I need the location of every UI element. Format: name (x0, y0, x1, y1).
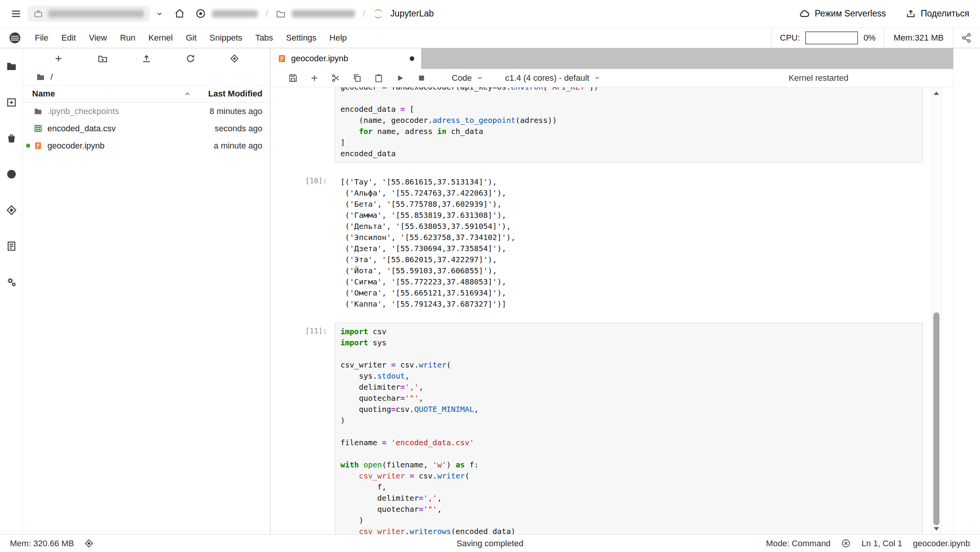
notebook-content: geocoder = YandexGeocoder(api_key=os.env… (270, 87, 953, 534)
copy-icon[interactable] (352, 73, 362, 83)
menu-git[interactable]: Git (179, 28, 203, 48)
activity-bar (0, 48, 23, 534)
cut-icon[interactable] (331, 73, 341, 83)
paste-icon[interactable] (374, 73, 384, 83)
menu-help[interactable]: Help (323, 28, 353, 48)
new-launcher-icon[interactable] (54, 54, 63, 64)
file-modified: 8 minutes ago (210, 106, 262, 116)
name-column-label: Name (32, 89, 55, 99)
bucket-icon[interactable] (6, 132, 17, 144)
menu-edit[interactable]: Edit (55, 28, 82, 48)
stop-icon[interactable] (417, 73, 427, 83)
kernel-select[interactable]: c1.4 (4 cores) - default (505, 73, 601, 83)
active-file-name: geocoder.ipynb (913, 539, 970, 549)
menu-snippets[interactable]: Snippets (203, 28, 249, 48)
sort-by-name-header[interactable]: Name (32, 89, 208, 99)
add-cell-icon[interactable] (309, 73, 319, 83)
hamburger-menu-icon[interactable] (11, 8, 21, 19)
app-logo-icon[interactable] (8, 31, 21, 44)
save-icon[interactable] (288, 73, 298, 83)
kernel-running-dot (26, 144, 30, 148)
git-clone-icon[interactable] (230, 54, 239, 64)
scrollbar-thumb[interactable] (933, 312, 939, 525)
redacted-project-name (48, 10, 144, 18)
cursor-position[interactable]: Ln 1, Col 1 (861, 539, 902, 549)
chevron-down-icon[interactable] (156, 10, 163, 17)
menu-run[interactable]: Run (114, 28, 142, 48)
notifications-off-icon[interactable] (841, 539, 851, 548)
git-diamond-icon[interactable] (6, 204, 17, 216)
output-cell[interactable]: [10]:[('Тау', '[55.861615,37.513134]'), … (270, 176, 953, 310)
file-row[interactable]: .ipynb_checkpoints 8 minutes ago (23, 103, 270, 120)
unsaved-changes-dot[interactable] (410, 56, 414, 61)
share-nodes-button[interactable] (953, 28, 980, 48)
menu-kernel[interactable]: Kernel (142, 28, 179, 48)
scroll-down-arrow[interactable] (931, 524, 941, 534)
file-row[interactable]: encoded_data.csv seconds ago (23, 120, 270, 137)
cell-type-value: Code (452, 73, 472, 83)
scroll-up-arrow[interactable] (931, 88, 941, 98)
datasphere-diamond-icon[interactable] (84, 539, 94, 548)
cell-prompt (270, 87, 335, 163)
notebook-cells: geocoder = YandexGeocoder(api_key=os.env… (270, 87, 953, 534)
csv-file-icon (34, 124, 42, 133)
toc-icon[interactable] (6, 240, 17, 252)
home-icon[interactable] (174, 8, 185, 19)
top-bar: / / JupyterLab Режим Serverless Поделить… (0, 0, 980, 28)
running-kernels-icon[interactable] (6, 168, 17, 180)
file-name: geocoder.ipynb (47, 141, 104, 151)
upload-icon[interactable] (142, 54, 151, 64)
page-title: JupyterLab (390, 8, 434, 19)
breadcrumb-root: / (50, 72, 53, 82)
file-browser-toolbar (23, 48, 270, 69)
cloud-icon (799, 8, 810, 19)
kernel-value: c1.4 (4 cores) - default (505, 73, 589, 83)
new-folder-icon[interactable] (98, 54, 108, 64)
cpu-label: CPU: (780, 33, 800, 43)
status-message: Saving completed (457, 539, 524, 549)
jupyter-icon (373, 8, 384, 20)
run-icon[interactable] (395, 73, 405, 83)
serverless-mode-button[interactable]: Режим Serverless (799, 8, 886, 19)
menu-view[interactable]: View (82, 28, 113, 48)
file-row[interactable]: geocoder.ipynb a minute ago (23, 137, 270, 154)
file-browser-icon[interactable] (6, 60, 17, 72)
add-box-icon[interactable] (6, 96, 17, 108)
redacted-breadcrumb-item[interactable] (212, 10, 258, 18)
main-area: geocoder.ipynb (270, 48, 953, 534)
menu-file[interactable]: File (28, 28, 55, 48)
code-cell[interactable]: [11]:import csv import sys csv_writer = … (270, 323, 953, 534)
menu-tabs[interactable]: Tabs (249, 28, 279, 48)
breadcrumb[interactable]: / (23, 69, 270, 85)
right-rail (953, 48, 980, 534)
org-circle-icon[interactable] (195, 8, 206, 19)
modified-column-label[interactable]: Last Modified (208, 89, 262, 99)
folder-icon (276, 9, 286, 19)
notebook-file-icon (277, 54, 287, 63)
menu-settings[interactable]: Settings (280, 28, 323, 48)
cell-type-select[interactable]: Code (452, 73, 483, 83)
gears-icon[interactable] (6, 276, 17, 288)
sort-caret-icon (184, 91, 190, 96)
folder-icon (36, 72, 45, 82)
breadcrumb-separator: / (265, 8, 268, 19)
cell-editor[interactable]: import csv import sys csv_writer = csv.w… (335, 323, 923, 534)
tab-geocoder-ipynb[interactable]: geocoder.ipynb (270, 48, 421, 69)
cell-editor[interactable]: geocoder = YandexGeocoder(api_key=os.env… (335, 87, 923, 163)
notebook-toolbar: Code c1.4 (4 cores) - default Kernel res… (270, 69, 953, 87)
memory-usage: Mem:321 MB (884, 33, 953, 43)
share-button[interactable]: Поделиться (906, 8, 969, 19)
notebook-scrollbar[interactable] (931, 87, 942, 534)
refresh-icon[interactable] (186, 54, 195, 64)
kernel-status: Kernel restarted (788, 73, 848, 83)
cell-prompt: [11]: (270, 323, 335, 534)
share-icon (906, 9, 916, 19)
cpu-usage-meter (805, 31, 858, 44)
project-selector[interactable] (28, 6, 150, 22)
chevron-down-icon (477, 75, 483, 81)
redacted-breadcrumb-item[interactable] (292, 10, 355, 18)
cell-prompt: [10]: (270, 176, 335, 310)
code-cell[interactable]: geocoder = YandexGeocoder(api_key=os.env… (270, 87, 953, 163)
briefcase-icon (34, 9, 43, 18)
editor-mode[interactable]: Mode: Command (766, 539, 831, 549)
